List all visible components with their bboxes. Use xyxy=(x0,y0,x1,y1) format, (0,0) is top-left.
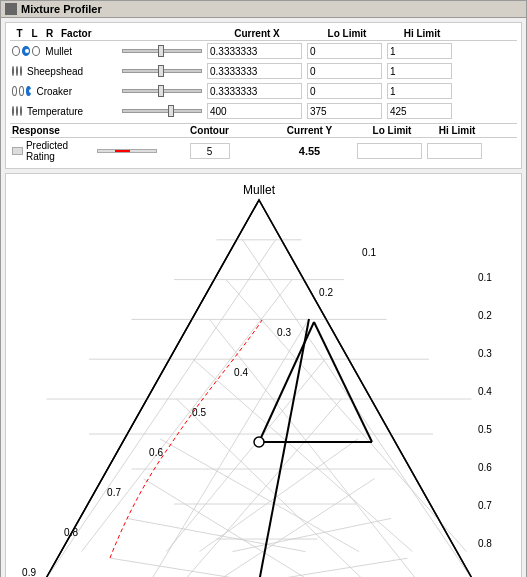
hilimit-header: Hi Limit xyxy=(387,28,457,39)
factor-col-header: T L R Factor xyxy=(12,28,207,39)
croaker-currentx[interactable]: 0.3333333 xyxy=(207,83,307,99)
croaker-hilimit[interactable]: 1 xyxy=(387,83,457,99)
right-tick-0.5: 0.5 xyxy=(478,424,492,435)
l-header: L xyxy=(27,28,42,39)
sheepshead-r-radio[interactable] xyxy=(20,66,22,76)
temperature-currentx[interactable]: 400 xyxy=(207,103,307,119)
sheepshead-slider[interactable] xyxy=(117,69,207,73)
mullet-l-radio[interactable] xyxy=(22,46,30,56)
mullet-hilimit[interactable]: 1 xyxy=(387,43,457,59)
resp-lolimit-value[interactable] xyxy=(357,143,427,159)
croaker-lolimit[interactable]: 0 xyxy=(307,83,387,99)
temperature-l-radio[interactable] xyxy=(16,106,18,116)
croaker-name: Croaker xyxy=(12,86,72,97)
currentx-header: Current X xyxy=(207,28,307,39)
contour-value[interactable]: 5 xyxy=(157,143,262,159)
svg-marker-0 xyxy=(44,200,474,577)
right-tick-0.7: 0.7 xyxy=(478,500,492,511)
temperature-slider[interactable] xyxy=(117,109,207,113)
lolimit-header: Lo Limit xyxy=(307,28,387,39)
temperature-t-radio[interactable] xyxy=(12,106,14,116)
sheepshead-currentx[interactable]: 0.3333333 xyxy=(207,63,307,79)
croaker-l-radio[interactable] xyxy=(19,86,24,96)
right-tick-0.1: 0.1 xyxy=(478,272,492,283)
currenty-header: Current Y xyxy=(262,125,357,136)
croaker-slider[interactable] xyxy=(117,89,207,93)
predicted-rating-label: Predicted Rating xyxy=(12,140,157,162)
controls-panel: T L R Factor Current X Lo Limit Hi Limit… xyxy=(5,22,522,169)
sheepshead-name: Sheepshead xyxy=(12,66,72,77)
apex-label: Mullet xyxy=(243,183,276,197)
croaker-r-radio[interactable] xyxy=(26,86,31,96)
sheepshead-t-radio[interactable] xyxy=(12,66,14,76)
sheepshead-l-radio[interactable] xyxy=(16,66,18,76)
svg-point-36 xyxy=(254,437,264,447)
temperature-hilimit[interactable]: 425 xyxy=(387,103,457,119)
mullet-name: Mullet xyxy=(12,46,72,57)
currenty-value: 4.55 xyxy=(262,145,357,157)
croaker-t-radio[interactable] xyxy=(12,86,17,96)
resp-hilimit-header: Hi Limit xyxy=(427,125,487,136)
mullet-lolimit[interactable]: 0 xyxy=(307,43,387,59)
t-header: T xyxy=(12,28,27,39)
left-tick-0.9: 0.9 xyxy=(22,567,36,577)
r-header: R xyxy=(42,28,57,39)
response-header: Response xyxy=(12,125,157,136)
mullet-slider[interactable] xyxy=(117,49,207,53)
resp-hilimit-value[interactable] xyxy=(427,143,487,159)
main-window: Mixture Profiler T L R Factor Current X … xyxy=(0,0,527,577)
window-title: Mixture Profiler xyxy=(21,3,102,15)
mullet-r-radio[interactable] xyxy=(32,46,40,56)
right-tick-0.2: 0.2 xyxy=(478,310,492,321)
right-label: Croaker xyxy=(501,411,504,454)
temperature-name: Temperature xyxy=(12,106,72,117)
left-tick-0.1: 0.1 xyxy=(362,247,376,258)
temperature-r-radio[interactable] xyxy=(20,106,22,116)
right-tick-0.6: 0.6 xyxy=(478,462,492,473)
left-tick-0.5: 0.5 xyxy=(192,407,206,418)
factor-header: Factor xyxy=(61,28,92,39)
resp-lolimit-header: Lo Limit xyxy=(357,125,427,136)
right-tick-0.4: 0.4 xyxy=(478,386,492,397)
title-bar: Mixture Profiler xyxy=(1,1,526,18)
right-tick-0.3: 0.3 xyxy=(478,348,492,359)
left-tick-0.6: 0.6 xyxy=(149,447,163,458)
window-icon xyxy=(5,3,17,15)
left-tick-0.2: 0.2 xyxy=(319,287,333,298)
temperature-lolimit[interactable]: 375 xyxy=(307,103,387,119)
left-tick-0.7: 0.7 xyxy=(107,487,121,498)
sheepshead-hilimit[interactable]: 1 xyxy=(387,63,457,79)
right-tick-0.8: 0.8 xyxy=(478,538,492,549)
left-tick-0.8: 0.8 xyxy=(64,527,78,538)
contour-header: Contour xyxy=(157,125,262,136)
ternary-chart[interactable]: Mullet Sheepshead Croaker 0.9 0.8 0.7 0.… xyxy=(14,182,504,577)
mullet-currentx[interactable]: 0.3333333 xyxy=(207,43,307,59)
left-tick-0.4: 0.4 xyxy=(234,367,248,378)
mullet-t-radio[interactable] xyxy=(12,46,20,56)
left-tick-0.3: 0.3 xyxy=(277,327,291,338)
sheepshead-lolimit[interactable]: 0 xyxy=(307,63,387,79)
ternary-chart-area: Mullet Sheepshead Croaker 0.9 0.8 0.7 0.… xyxy=(5,173,522,577)
